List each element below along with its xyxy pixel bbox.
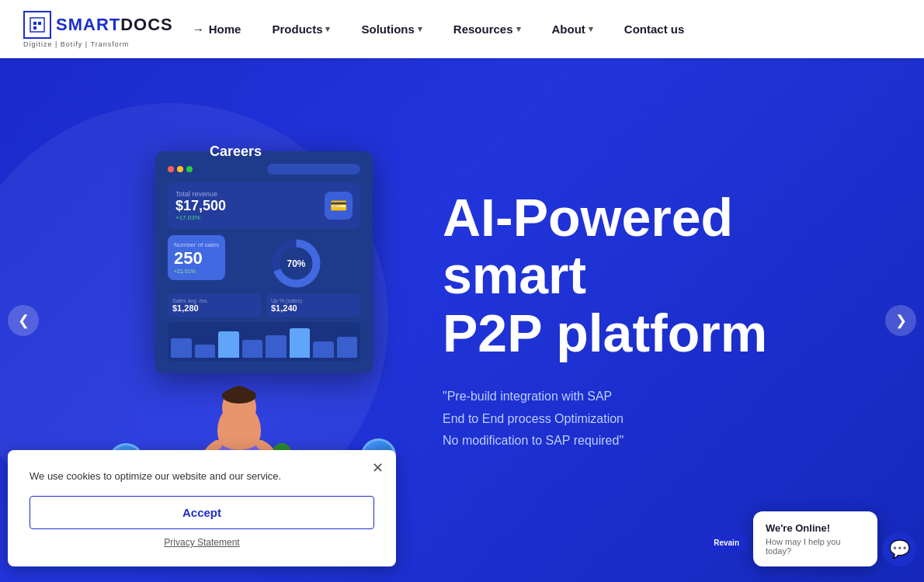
hero-content: AI-Powered smart P2P platform "Pre-build… <box>443 188 877 452</box>
logo-text: SMARTDOCS <box>56 15 173 35</box>
main-nav: Products ▾ Solutions ▾ Resources ▾ About… <box>256 0 901 58</box>
carousel-prev-button[interactable]: ❮ <box>8 305 39 336</box>
hero-subtitle: "Pre-build integration with SAP End to E… <box>443 386 877 452</box>
svg-text:70%: 70% <box>287 258 305 269</box>
home-nav[interactable]: → Home <box>193 23 241 36</box>
chevron-down-icon: ▾ <box>516 24 521 34</box>
search-bar <box>267 164 360 175</box>
revenue-change: +17.03% <box>175 214 226 221</box>
cookie-accept-button[interactable]: Accept <box>30 496 374 529</box>
svg-point-11 <box>222 388 256 404</box>
chat-widget[interactable]: We're Online! How may I help you today? <box>753 511 877 566</box>
logo[interactable]: SMARTDOCS Digitize | Botify | Transform <box>23 11 173 48</box>
revain-badge: Revain <box>707 535 745 551</box>
chat-bubble-button[interactable]: 💬 <box>882 532 916 566</box>
cookie-message: We use cookies to optimize our website a… <box>30 469 374 484</box>
hero-section: Careers Total revenue $17,500 +17.03% 💳 <box>0 58 924 582</box>
stat-card-2: Up % (sales) $1,240 <box>266 293 360 317</box>
cookie-close-button[interactable]: ✕ <box>372 459 384 476</box>
donut-chart: 70% <box>271 238 321 289</box>
nav-about[interactable]: About ▾ <box>537 0 609 58</box>
revenue-icon: 💳 <box>325 192 353 220</box>
sales-amount: 250 <box>174 248 219 268</box>
nav-contact[interactable]: Contact us <box>609 0 700 58</box>
privacy-link[interactable]: Privacy Statement <box>30 537 374 548</box>
careers-label: Careers <box>210 144 262 160</box>
stat-card-1: Sales avg. mo. $1,280 <box>168 293 262 317</box>
dot-red <box>168 166 174 172</box>
revenue-amount: $17,500 <box>175 198 226 214</box>
logo-tagline: Digitize | Botify | Transform <box>23 40 173 48</box>
dot-yellow <box>177 166 183 172</box>
chevron-down-icon: ▾ <box>589 24 593 34</box>
dot-green <box>186 166 193 172</box>
chevron-down-icon: ▾ <box>325 24 330 34</box>
hero-title: AI-Powered smart P2P platform <box>443 188 877 362</box>
stat-cards: Sales avg. mo. $1,280 Up % (sales) $1,24… <box>168 293 360 317</box>
arrow-icon: → <box>193 23 204 36</box>
cookie-banner: ✕ We use cookies to optimize our website… <box>8 450 396 567</box>
nav-resources[interactable]: Resources ▾ <box>438 0 537 58</box>
chevron-down-icon: ▾ <box>418 24 422 34</box>
carousel-next-button[interactable]: ❯ <box>885 305 916 336</box>
nav-products[interactable]: Products ▾ <box>256 0 346 58</box>
chat-help-message: How may I help you today? <box>766 537 865 556</box>
nav-solutions[interactable]: Solutions ▾ <box>346 0 437 58</box>
chat-online-label: We're Online! <box>766 522 865 534</box>
revenue-section: Total revenue $17,500 +17.03% 💳 <box>168 182 360 229</box>
sales-section: Number of sales 250 +21.01% <box>168 235 225 280</box>
navbar: SMARTDOCS Digitize | Botify | Transform … <box>0 0 924 58</box>
revenue-label: Total revenue <box>175 190 226 198</box>
sales-change: +21.01% <box>174 268 219 274</box>
home-label: Home <box>209 23 241 36</box>
sales-label: Number of sales <box>174 241 219 248</box>
logo-icon <box>23 11 51 39</box>
